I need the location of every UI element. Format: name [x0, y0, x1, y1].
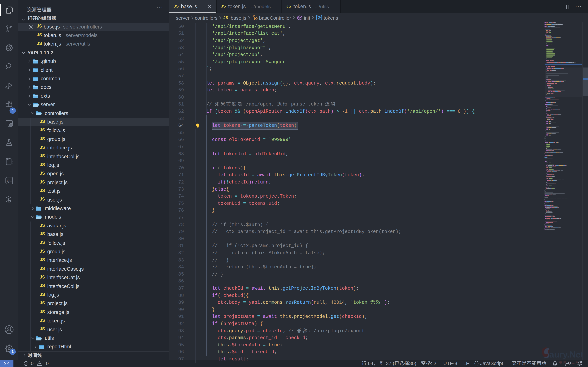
svg-text:aury.Net: aury.Net [549, 350, 583, 359]
